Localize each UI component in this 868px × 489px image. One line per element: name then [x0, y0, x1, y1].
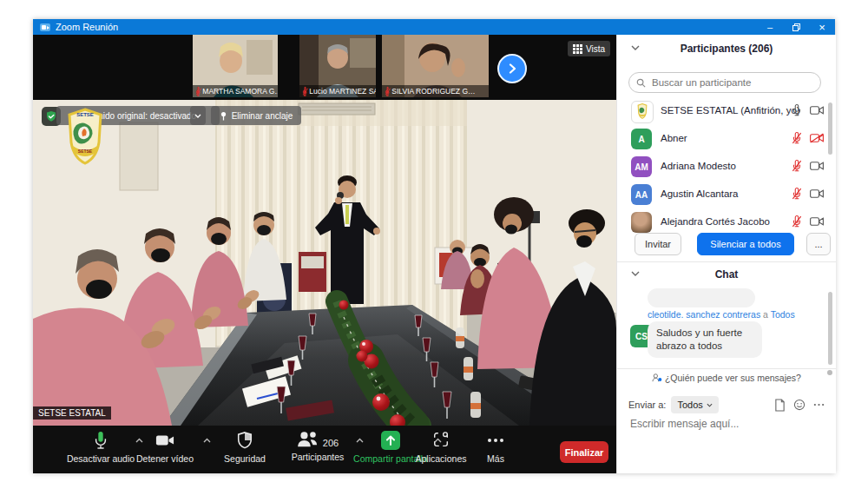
send-to-dropdown[interactable]: Todos [671, 396, 718, 413]
camera-off-icon[interactable] [810, 133, 824, 143]
meeting-toolbar: Desactivar audio Detener vídeo Seguridad [33, 426, 616, 473]
mic-muted-icon[interactable] [792, 132, 802, 144]
participant-search[interactable] [628, 72, 821, 93]
participant-row[interactable]: SETSE ESTATAL (Anfitrión, yo) [617, 97, 836, 125]
security-shield-icon [236, 431, 253, 450]
remove-pin-label: Eliminar anclaje [232, 111, 293, 121]
video-tile-silvia[interactable]: 𝄞̸ SILVIA RODRIGUEZ G… [382, 35, 489, 97]
participant-name: SETSE ESTATAL (Anfitrión, yo) [661, 105, 800, 116]
close-button[interactable]: × [809, 19, 835, 35]
camera-on-icon[interactable] [810, 105, 824, 116]
chat-message-bubble: Saludos y un fuerte abrazo a todos [648, 321, 762, 358]
avatar: AM [631, 156, 652, 177]
setse-crest-logo: SETSE SETSE [68, 108, 102, 172]
minimize-button[interactable]: – [757, 19, 783, 35]
next-videos-button[interactable] [497, 54, 527, 83]
mic-muted-icon[interactable] [792, 215, 802, 228]
chat-privacy-row[interactable]: ¿Quién puede ver sus mensajes? [617, 373, 836, 383]
mic-muted-icon[interactable] [792, 160, 802, 172]
chat-message-input[interactable] [628, 417, 823, 431]
chevron-down-icon [194, 114, 201, 118]
apps-label: Aplicaciones [416, 453, 467, 464]
more-button[interactable]: Más [474, 431, 517, 464]
shield-check-icon [45, 110, 57, 122]
participant-name: Adriana Modesto [661, 161, 736, 171]
participants-scrollbar[interactable] [828, 102, 832, 155]
participant-name: Abner [661, 133, 687, 143]
svg-text:SETSE: SETSE [76, 112, 94, 117]
camera-on-icon[interactable] [810, 161, 824, 171]
end-meeting-button[interactable]: Finalizar [560, 441, 608, 463]
pin-icon [220, 111, 227, 121]
participant-name: Alejandra Cortés Jacobo [661, 216, 770, 227]
restore-icon [792, 23, 800, 31]
participant-name: Agustin Alcantara [661, 188, 739, 199]
send-to-label: Enviar a: [628, 400, 666, 410]
active-speaker-label: SETSE ESTATAL [33, 406, 111, 420]
main-video: Sonido original: desactivado Eliminar an… [33, 100, 616, 426]
mute-all-button[interactable]: Silenciar a todos [697, 233, 794, 255]
chat-sender-name[interactable]: cleotilde. sanchez contreras [648, 309, 760, 320]
video-tile-martha[interactable]: 𝄞̸ MARTHA SAMORA G… [193, 35, 278, 97]
muted-mic-icon: 𝄞̸ [195, 87, 200, 96]
original-sound-label: Sonido original: desactivado [88, 111, 196, 121]
meeting-room-scene [33, 100, 616, 426]
send-to-value: Todos [677, 400, 702, 410]
participant-row[interactable]: AA Agustin Alcantara [617, 181, 836, 208]
file-attach-icon[interactable] [774, 399, 786, 412]
video-filmstrip: 𝄞̸ MARTHA SAMORA G… 𝄞̸ Lucio MARTINEZ SA… [33, 35, 616, 100]
chat-scrollbar[interactable] [828, 292, 832, 365]
participant-name-overlay: 𝄞̸ SILVIA RODRIGUEZ G… [382, 85, 489, 97]
microphone-icon [93, 431, 108, 450]
avatar: AA [631, 184, 652, 205]
avatar: A [631, 129, 652, 149]
apps-icon [432, 431, 450, 450]
setse-crest-avatar [631, 101, 654, 123]
chevron-right-icon [507, 63, 517, 74]
chat-panel-title: Chat [617, 268, 836, 281]
camera-icon [155, 431, 175, 450]
original-sound-dropdown[interactable] [190, 106, 206, 125]
participant-row[interactable]: A Abner [617, 125, 836, 153]
restore-button[interactable] [783, 19, 809, 35]
invite-button[interactable]: Invitar [635, 233, 681, 255]
privacy-notice-text: ¿Quién puede ver sus mensajes? [665, 373, 801, 383]
video-tile-lucio[interactable]: 𝄞̸ Lucio MARTINEZ SALAS [299, 35, 376, 97]
mic-on-icon[interactable] [792, 104, 802, 116]
more-dots-icon [486, 431, 505, 450]
mic-muted-icon[interactable] [792, 188, 802, 200]
more-label: Más [487, 453, 504, 464]
apps-button[interactable]: Aplicaciones [408, 431, 474, 464]
chat-message-meta: cleotilde. sanchez contreras a Todos [648, 309, 795, 320]
camera-on-icon[interactable] [810, 216, 824, 227]
photo-avatar [631, 212, 652, 233]
chevron-down-icon [707, 403, 713, 407]
participant-row[interactable]: AM Adriana Modesto [617, 153, 836, 181]
participant-name-overlay: 𝄞̸ MARTHA SAMORA G… [193, 85, 278, 97]
emoji-icon[interactable] [793, 399, 806, 411]
view-button-label: Vista [586, 44, 605, 54]
side-panel: Participantes (206) SETSE ESTATAL (Anfit… [616, 35, 836, 473]
muted-mic-icon: 𝄞̸ [385, 87, 389, 96]
desktop-background: Zoom Reunión – × 𝄞̸ MARTHA SAMORA G… [0, 0, 868, 489]
camera-on-icon[interactable] [810, 188, 824, 199]
chat-recipient[interactable]: Todos [771, 309, 795, 320]
participant-search-input[interactable] [650, 76, 801, 89]
view-button[interactable]: Vista [568, 41, 610, 56]
muted-mic-icon: 𝄞̸ [302, 87, 306, 96]
send-to-row: Enviar a: Todos [628, 395, 825, 414]
window-title: Zoom Reunión [56, 22, 118, 32]
window-titlebar[interactable]: Zoom Reunión – × [33, 19, 835, 35]
participant-name-overlay: 𝄞̸ Lucio MARTINEZ SALAS [299, 85, 376, 97]
grid-view-icon [573, 44, 582, 54]
previous-message-bubble [648, 288, 755, 307]
zoom-meeting-window: Zoom Reunión – × 𝄞̸ MARTHA SAMORA G… [33, 19, 835, 473]
stop-video-label: Detener vídeo [136, 453, 194, 464]
participants-icon [297, 431, 319, 448]
remove-pin-button[interactable]: Eliminar anclaje [211, 106, 301, 125]
privacy-person-icon [652, 373, 662, 382]
participants-more-button[interactable]: ... [806, 233, 831, 255]
zoom-app-icon [40, 23, 50, 31]
chat-more-icon[interactable] [813, 399, 825, 411]
svg-text:SETSE: SETSE [78, 149, 93, 154]
